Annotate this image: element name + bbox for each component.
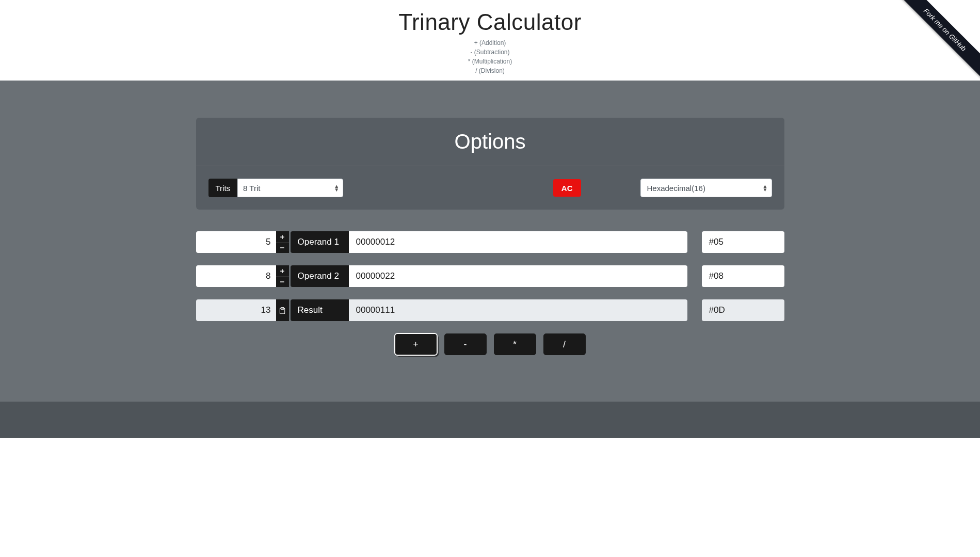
operand-2-minus-button[interactable]: − (276, 276, 289, 288)
options-header: Options (196, 118, 784, 166)
operand-1-plus-button[interactable]: + (276, 231, 289, 242)
subtract-button[interactable]: - (444, 333, 487, 355)
multiply-button[interactable]: * (494, 333, 536, 355)
ac-button[interactable]: AC (553, 179, 581, 197)
operand-2-plus-button[interactable]: + (276, 265, 289, 276)
legend-div: / (Division) (0, 66, 980, 75)
main-area: Options Trits 8 Trit AC He (0, 81, 980, 402)
operand-2-decimal[interactable]: 8 (196, 265, 276, 287)
legend-mul: * (Multiplication) (0, 57, 980, 66)
operand-2-stepper: + − (276, 265, 289, 287)
result-label: Result (291, 299, 349, 321)
result-row: 13 Result 00000111 #0D (196, 299, 784, 321)
operand-1-stepper: + − (276, 231, 289, 253)
operand-1-trinary[interactable]: 00000012 (349, 231, 687, 253)
operand-2-label: Operand 2 (291, 265, 349, 287)
operand-1-decimal[interactable]: 5 (196, 231, 276, 253)
page-header: Trinary Calculator + (Addition) - (Subtr… (0, 0, 980, 81)
operand-2-hex: #08 (702, 265, 784, 287)
operand-1-row: 5 + − Operand 1 00000012 #05 (196, 231, 784, 253)
page-title: Trinary Calculator (0, 9, 980, 35)
copy-result-button[interactable] (276, 299, 289, 321)
options-card: Options Trits 8 Trit AC He (196, 118, 784, 210)
legend-add: + (Addition) (0, 38, 980, 47)
operand-1-hex: #05 (702, 231, 784, 253)
operand-1-label: Operand 1 (291, 231, 349, 253)
add-button[interactable]: + (395, 333, 437, 355)
github-ribbon: Fork me on GitHub (887, 0, 980, 93)
page-footer (0, 402, 980, 438)
operator-legend: + (Addition) - (Subtraction) * (Multipli… (0, 38, 980, 75)
options-title: Options (196, 130, 784, 153)
divide-button[interactable]: / (543, 333, 586, 355)
operand-1-minus-button[interactable]: − (276, 242, 289, 253)
result-trinary: 00000111 (349, 299, 687, 321)
result-hex: #0D (702, 299, 784, 321)
operand-2-row: 8 + − Operand 2 00000022 #08 (196, 265, 784, 287)
operator-button-group: + - * / (196, 333, 784, 355)
github-ribbon-link[interactable]: Fork me on GitHub (892, 0, 980, 83)
legend-sub: - (Subtraction) (0, 47, 980, 57)
trits-select[interactable]: 8 Trit (237, 179, 343, 197)
clipboard-icon (279, 307, 286, 314)
operand-2-trinary[interactable]: 00000022 (349, 265, 687, 287)
trits-addon-label: Trits (208, 179, 238, 197)
number-system-select[interactable]: Hexadecimal(16) (640, 179, 772, 197)
result-decimal: 13 (196, 299, 276, 321)
